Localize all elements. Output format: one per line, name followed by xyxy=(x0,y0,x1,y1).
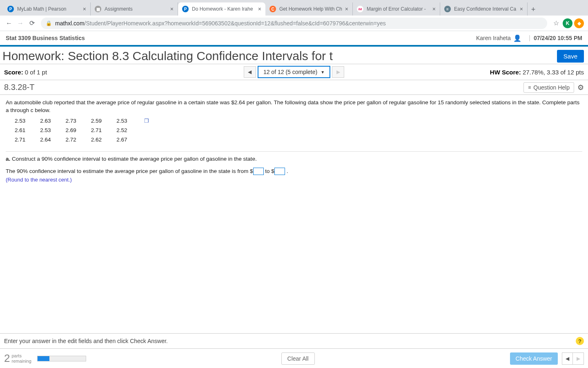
copy-data-icon[interactable]: ❐ xyxy=(144,117,149,125)
close-icon[interactable]: × xyxy=(520,6,523,12)
tab-label: Margin of Error Calculator - xyxy=(367,6,430,12)
prev-question-button[interactable]: ◀ xyxy=(244,66,256,78)
profile-avatar[interactable]: K xyxy=(562,18,573,29)
favicon: ≡ xyxy=(444,6,451,12)
browser-tab[interactable]: ≡ Easy Confidence Interval Ca × xyxy=(440,2,528,16)
chevron-down-icon: ▼ xyxy=(321,70,325,74)
browser-tab[interactable]: P MyLab Math | Pearson × xyxy=(3,2,91,16)
address-bar[interactable]: 🔒 mathxl.com/Student/PlayerHomework.aspx… xyxy=(41,18,547,29)
check-answer-button[interactable]: Check Answer xyxy=(510,352,558,365)
lock-icon: 🔒 xyxy=(46,20,52,26)
parts-label: partsremaining xyxy=(11,353,31,363)
close-icon[interactable]: × xyxy=(345,6,348,12)
browser-tab[interactable]: C Get Homework Help With Ch × xyxy=(265,2,353,16)
progress-bar xyxy=(37,356,86,361)
close-icon[interactable]: × xyxy=(170,6,174,12)
problem-body: An automobile club reported that the ave… xyxy=(0,95,588,187)
data-table: 2.532.632.732.592.53 ❐ 2.612.532.692.712… xyxy=(14,116,164,145)
question-selector[interactable]: 12 of 12 (5 complete)▼ xyxy=(258,66,330,78)
reload-button[interactable]: ⟳ xyxy=(26,18,38,29)
question-bar: 8.3.28-T ≡ Question Help ⚙ xyxy=(0,80,588,95)
favicon: ▦ xyxy=(95,6,101,12)
extension-icon[interactable]: ◆ xyxy=(573,18,585,29)
round-note: (Round to the nearest cent.) xyxy=(6,177,582,183)
help-badge[interactable]: ? xyxy=(576,337,584,345)
footer: Enter your answer in the edit fields and… xyxy=(0,333,588,368)
favicon: C xyxy=(270,6,276,12)
footer-row: 2 partsremaining Clear All Check Answer … xyxy=(0,349,588,368)
url-path: /Student/PlayerHomework.aspx?homeworkId=… xyxy=(85,20,386,27)
forward-button[interactable]: → xyxy=(15,18,26,29)
table-row: 2.612.532.692.712.52 xyxy=(15,126,163,135)
answer-line: The 90% confidence interval to estimate … xyxy=(6,168,582,175)
close-icon[interactable]: × xyxy=(258,6,261,12)
problem-prompt: An automobile club reported that the ave… xyxy=(6,99,582,152)
instruction-bar: Enter your answer in the edit fields and… xyxy=(0,333,588,349)
url-host: mathxl.com xyxy=(55,20,85,27)
close-icon[interactable]: × xyxy=(432,6,436,12)
hw-score-text: HW Score: 27.78%, 3.33 of 12 pts xyxy=(490,69,584,76)
close-icon[interactable]: × xyxy=(83,6,86,12)
browser-toolbar: ← → ⟳ 🔒 mathxl.com/Student/PlayerHomewor… xyxy=(0,16,588,31)
divider: | xyxy=(529,34,530,42)
next-question-button[interactable]: ▶ xyxy=(332,66,344,78)
tab-label: Get Homework Help With Ch xyxy=(279,6,343,12)
table-row: 2.712.642.722.622.67 xyxy=(15,136,163,144)
tab-label: Do Homework - Karen Irahe xyxy=(192,6,256,12)
clear-all-button[interactable]: Clear All xyxy=(281,352,315,365)
favicon: P xyxy=(182,6,189,12)
answer-input-lower[interactable] xyxy=(253,168,264,175)
table-row: 2.532.632.732.592.53 ❐ xyxy=(15,117,163,126)
gear-icon[interactable]: ⚙ xyxy=(577,83,584,92)
favicon: iM xyxy=(357,6,363,12)
user-name: Karen Iraheta xyxy=(476,35,511,41)
footer-prev-button[interactable]: ◀ xyxy=(562,353,573,364)
bookmark-icon[interactable]: ☆ xyxy=(550,18,562,29)
tab-label: Assignments xyxy=(105,6,168,12)
browser-tab-bar: P MyLab Math | Pearson × ▦ Assignments ×… xyxy=(0,0,588,16)
course-name: Stat 3309 Business Statistics xyxy=(6,35,85,41)
part-a: a. Construct a 90% confidence interval t… xyxy=(6,156,582,162)
homework-title: Homework: Section 8.3 Calculating Confid… xyxy=(2,49,557,63)
question-id: 8.3.28-T xyxy=(4,83,34,92)
question-nav: ◀ 12 of 12 (5 complete)▼ ▶ xyxy=(244,66,344,78)
browser-tab[interactable]: iM Margin of Error Calculator - × xyxy=(353,2,440,16)
tab-label: MyLab Math | Pearson xyxy=(17,6,80,12)
save-button[interactable]: Save xyxy=(557,50,584,63)
score-text: Score: 0 of 1 pt xyxy=(4,69,47,76)
app-header: Stat 3309 Business Statistics Karen Irah… xyxy=(0,31,588,47)
datetime: 07/24/20 10:55 PM xyxy=(534,35,582,41)
answer-input-upper[interactable] xyxy=(274,168,285,175)
parts-number: 2 xyxy=(4,352,10,365)
title-row: Homework: Section 8.3 Calculating Confid… xyxy=(0,47,588,64)
list-icon: ≡ xyxy=(528,85,531,90)
score-row: Score: 0 of 1 pt ◀ 12 of 12 (5 complete)… xyxy=(0,64,588,80)
favicon: P xyxy=(7,6,14,12)
new-tab-button[interactable]: + xyxy=(528,5,539,16)
footer-nav: ◀ ▶ xyxy=(562,352,584,365)
question-help-button[interactable]: ≡ Question Help xyxy=(523,82,574,93)
back-button[interactable]: ← xyxy=(3,18,15,29)
browser-tab[interactable]: ▦ Assignments × xyxy=(91,2,178,16)
tab-label: Easy Confidence Interval Ca xyxy=(454,6,517,12)
browser-tab-active[interactable]: P Do Homework - Karen Irahe × xyxy=(178,2,265,16)
footer-next-button[interactable]: ▶ xyxy=(573,353,584,364)
user-icon[interactable]: 👤 xyxy=(513,34,521,42)
